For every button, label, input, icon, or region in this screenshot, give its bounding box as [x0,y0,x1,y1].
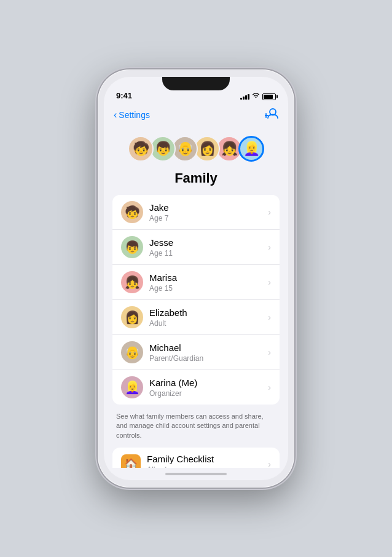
list-item-elizabeth[interactable]: 👩 Elizabeth Adult › [112,300,280,335]
battery-icon [262,93,276,100]
status-icons [240,93,276,100]
item-name-karina: Karina (Me) [149,377,262,389]
chevron-right-icon: › [268,277,271,287]
item-text-family-checklist: Family Checklist All set [147,454,262,468]
family-checklist-icon: 🏠 [121,454,141,468]
item-sub-jesse: Age 11 [149,249,262,258]
chevron-right-icon: › [268,207,271,217]
scroll-content[interactable]: 🧒 👦 👴 👩 👧 👱‍♀️ Family 🧒 Jake Age 7 › [104,126,288,468]
family-members-list: 🧒 Jake Age 7 › 👦 Jesse Age 11 › [112,195,280,405]
list-item-jake[interactable]: 🧒 Jake Age 7 › [112,195,280,230]
avatar-jake-small: 🧒 [121,201,143,223]
item-sub-marisa: Age 15 [149,284,262,293]
add-person-button[interactable] [265,108,278,123]
item-name-michael: Michael [149,342,262,354]
list-item-michael[interactable]: 👴 Michael Parent/Guardian › [112,335,280,370]
chevron-right-icon: › [268,382,271,392]
avatar-michael-small: 👴 [121,341,143,363]
item-sub-karina: Organizer [149,389,262,398]
chevron-right-icon: › [268,312,271,322]
item-text-karina: Karina (Me) Organizer [149,377,262,398]
chevron-left-icon: ‹ [114,109,117,120]
notch [162,77,230,90]
item-name-jake: Jake [149,202,262,213]
avatar-jesse-small: 👦 [121,236,143,258]
family-avatar-group: 🧒 👦 👴 👩 👧 👱‍♀️ [104,126,288,167]
chevron-right-icon: › [268,347,271,357]
page-title: Family [104,167,288,195]
family-description: See what family members can access and s… [104,407,288,448]
avatar-jesse: 👦 [150,136,176,162]
back-button[interactable]: ‹ Settings [114,109,150,120]
list-item-jesse[interactable]: 👦 Jesse Age 11 › [112,230,280,265]
avatar-karina: 👱‍♀️ [238,136,264,162]
chevron-right-icon: › [268,242,271,252]
wifi-icon [252,93,260,100]
item-text-jesse: Jesse Age 11 [149,237,262,258]
phone-screen: 9:41 [104,77,288,480]
item-text-michael: Michael Parent/Guardian [149,342,262,363]
avatar-michael: 👴 [172,136,198,162]
list-item-family-checklist[interactable]: 🏠 Family Checklist All set › [112,448,280,468]
avatar-jake: 🧒 [128,136,154,162]
item-text-marisa: Marisa Age 15 [149,272,262,293]
home-indicator [104,468,288,480]
avatar-elizabeth: 👩 [194,136,220,162]
item-name-family-checklist: Family Checklist [147,454,262,465]
list-item-marisa[interactable]: 👧 Marisa Age 15 › [112,265,280,300]
phone-frame: 9:41 [98,69,294,488]
features-list: 🏠 Family Checklist All set › 🔄 Subscript… [112,448,280,468]
status-time: 9:41 [116,91,132,100]
home-bar [165,473,227,475]
item-text-jake: Jake Age 7 [149,202,262,223]
item-sub-elizabeth: Adult [149,319,262,328]
item-text-elizabeth: Elizabeth Adult [149,307,262,328]
signal-icon [240,93,249,100]
avatar-karina-small: 👱‍♀️ [121,376,143,398]
avatar-marisa-small: 👧 [121,271,143,293]
nav-bar: ‹ Settings [104,104,288,126]
item-sub-jake: Age 7 [149,214,262,223]
item-name-elizabeth: Elizabeth [149,307,262,318]
chevron-right-icon: › [268,459,271,468]
back-label: Settings [119,110,150,120]
avatar-elizabeth-small: 👩 [121,306,143,328]
item-sub-michael: Parent/Guardian [149,354,262,363]
item-name-marisa: Marisa [149,272,262,283]
item-name-jesse: Jesse [149,237,262,248]
list-item-karina[interactable]: 👱‍♀️ Karina (Me) Organizer › [112,370,280,405]
